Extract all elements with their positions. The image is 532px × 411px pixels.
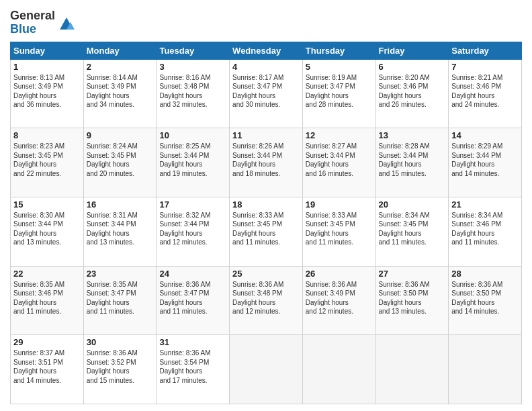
calendar-day: 3Sunrise: 8:16 AMSunset: 3:48 PMDaylight… [157, 59, 230, 128]
day-info: Sunrise: 8:26 AMSunset: 3:44 PMDaylight … [232, 142, 300, 178]
day-number: 19 [306, 199, 373, 210]
day-number: 27 [379, 269, 446, 279]
day-number: 3 [159, 62, 226, 72]
calendar-table: SundayMondayTuesdayWednesdayThursdayFrid… [10, 42, 522, 404]
day-number: 13 [379, 130, 446, 140]
day-info: Sunrise: 8:20 AMSunset: 3:46 PMDaylight … [379, 73, 446, 109]
day-info: Sunrise: 8:36 AMSunset: 3:49 PMDaylight … [306, 280, 373, 316]
day-number: 14 [451, 130, 519, 140]
calendar-day: 6Sunrise: 8:20 AMSunset: 3:46 PMDaylight… [375, 59, 449, 128]
calendar-empty-day [230, 335, 303, 404]
calendar-day: 7Sunrise: 8:21 AMSunset: 3:46 PMDaylight… [449, 59, 522, 128]
day-number: 21 [451, 199, 519, 210]
day-info: Sunrise: 8:33 AMSunset: 3:45 PMDaylight … [232, 211, 300, 247]
day-info: Sunrise: 8:34 AMSunset: 3:45 PMDaylight … [379, 211, 446, 247]
calendar-empty-day [375, 335, 449, 404]
day-info: Sunrise: 8:35 AMSunset: 3:47 PMDaylight … [87, 280, 154, 316]
calendar-day: 24Sunrise: 8:36 AMSunset: 3:47 PMDayligh… [157, 266, 230, 335]
day-number: 9 [87, 130, 154, 140]
day-number: 7 [451, 62, 519, 72]
calendar-body: 1Sunrise: 8:13 AMSunset: 3:49 PMDaylight… [11, 59, 522, 404]
calendar-day: 2Sunrise: 8:14 AMSunset: 3:49 PMDaylight… [83, 59, 157, 128]
calendar-day: 21Sunrise: 8:34 AMSunset: 3:46 PMDayligh… [449, 197, 522, 266]
day-info: Sunrise: 8:37 AMSunset: 3:51 PMDaylight … [13, 349, 81, 385]
logo-general: General [10, 9, 55, 22]
day-info: Sunrise: 8:36 AMSunset: 3:50 PMDaylight … [379, 280, 446, 316]
calendar-day: 12Sunrise: 8:27 AMSunset: 3:44 PMDayligh… [302, 128, 375, 197]
logo: General Blue [10, 9, 76, 36]
day-number: 4 [232, 62, 300, 72]
day-number: 10 [159, 130, 226, 140]
calendar-header-sunday: Sunday [11, 42, 84, 59]
calendar-day: 13Sunrise: 8:28 AMSunset: 3:44 PMDayligh… [375, 128, 449, 197]
day-info: Sunrise: 8:28 AMSunset: 3:44 PMDaylight … [379, 142, 446, 178]
day-info: Sunrise: 8:17 AMSunset: 3:47 PMDaylight … [232, 73, 300, 109]
day-info: Sunrise: 8:23 AMSunset: 3:45 PMDaylight … [13, 142, 81, 178]
calendar-day: 10Sunrise: 8:25 AMSunset: 3:44 PMDayligh… [157, 128, 230, 197]
day-number: 20 [379, 199, 446, 210]
calendar-day: 1Sunrise: 8:13 AMSunset: 3:49 PMDaylight… [11, 59, 84, 128]
calendar-header-friday: Friday [375, 42, 449, 59]
day-number: 2 [87, 62, 154, 72]
day-number: 28 [451, 269, 519, 279]
day-number: 30 [87, 337, 154, 347]
calendar-day: 14Sunrise: 8:29 AMSunset: 3:44 PMDayligh… [449, 128, 522, 197]
day-number: 16 [87, 199, 154, 210]
day-number: 17 [159, 199, 226, 210]
calendar-header-saturday: Saturday [449, 42, 522, 59]
day-info: Sunrise: 8:33 AMSunset: 3:45 PMDaylight … [306, 211, 373, 247]
calendar-header-thursday: Thursday [302, 42, 375, 59]
calendar-day: 23Sunrise: 8:35 AMSunset: 3:47 PMDayligh… [83, 266, 157, 335]
calendar-day: 27Sunrise: 8:36 AMSunset: 3:50 PMDayligh… [375, 266, 449, 335]
day-info: Sunrise: 8:36 AMSunset: 3:50 PMDaylight … [451, 280, 519, 316]
day-info: Sunrise: 8:34 AMSunset: 3:46 PMDaylight … [451, 211, 519, 247]
calendar-week-row: 29Sunrise: 8:37 AMSunset: 3:51 PMDayligh… [11, 335, 522, 404]
calendar-day: 28Sunrise: 8:36 AMSunset: 3:50 PMDayligh… [449, 266, 522, 335]
calendar-header-tuesday: Tuesday [157, 42, 230, 59]
calendar-header-monday: Monday [83, 42, 157, 59]
day-info: Sunrise: 8:31 AMSunset: 3:44 PMDaylight … [87, 211, 154, 247]
calendar-day: 19Sunrise: 8:33 AMSunset: 3:45 PMDayligh… [302, 197, 375, 266]
calendar-page: General Blue SundayMondayTuesdayWednesda… [0, 0, 532, 411]
day-number: 8 [13, 130, 81, 140]
day-info: Sunrise: 8:32 AMSunset: 3:44 PMDaylight … [159, 211, 226, 247]
day-info: Sunrise: 8:35 AMSunset: 3:46 PMDaylight … [13, 280, 81, 316]
day-info: Sunrise: 8:13 AMSunset: 3:49 PMDaylight … [13, 73, 81, 109]
day-number: 23 [87, 269, 154, 279]
day-number: 26 [306, 269, 373, 279]
calendar-header-wednesday: Wednesday [230, 42, 303, 59]
day-info: Sunrise: 8:21 AMSunset: 3:46 PMDaylight … [451, 73, 519, 109]
calendar-day: 5Sunrise: 8:19 AMSunset: 3:47 PMDaylight… [302, 59, 375, 128]
day-info: Sunrise: 8:25 AMSunset: 3:44 PMDaylight … [159, 142, 226, 178]
day-number: 1 [13, 62, 81, 72]
day-number: 12 [306, 130, 373, 140]
day-info: Sunrise: 8:36 AMSunset: 3:47 PMDaylight … [159, 280, 226, 316]
day-info: Sunrise: 8:24 AMSunset: 3:45 PMDaylight … [87, 142, 154, 178]
day-info: Sunrise: 8:27 AMSunset: 3:44 PMDaylight … [306, 142, 373, 178]
calendar-day: 26Sunrise: 8:36 AMSunset: 3:49 PMDayligh… [302, 266, 375, 335]
calendar-day: 20Sunrise: 8:34 AMSunset: 3:45 PMDayligh… [375, 197, 449, 266]
logo-blue: Blue [10, 22, 36, 36]
day-number: 5 [306, 62, 373, 72]
day-number: 24 [159, 269, 226, 279]
day-number: 22 [13, 269, 81, 279]
day-number: 6 [379, 62, 446, 72]
day-number: 11 [232, 130, 300, 140]
calendar-day: 4Sunrise: 8:17 AMSunset: 3:47 PMDaylight… [230, 59, 303, 128]
day-info: Sunrise: 8:30 AMSunset: 3:44 PMDaylight … [13, 211, 81, 247]
calendar-empty-day [449, 335, 522, 404]
header: General Blue [10, 7, 522, 36]
logo-text: General Blue [10, 9, 55, 36]
calendar-week-row: 22Sunrise: 8:35 AMSunset: 3:46 PMDayligh… [11, 266, 522, 335]
logo-icon [57, 13, 76, 32]
day-info: Sunrise: 8:36 AMSunset: 3:54 PMDaylight … [159, 349, 226, 385]
calendar-empty-day [302, 335, 375, 404]
calendar-day: 30Sunrise: 8:36 AMSunset: 3:52 PMDayligh… [83, 335, 157, 404]
day-number: 15 [13, 199, 81, 210]
calendar-week-row: 1Sunrise: 8:13 AMSunset: 3:49 PMDaylight… [11, 59, 522, 128]
calendar-day: 29Sunrise: 8:37 AMSunset: 3:51 PMDayligh… [11, 335, 84, 404]
calendar-day: 18Sunrise: 8:33 AMSunset: 3:45 PMDayligh… [230, 197, 303, 266]
day-number: 25 [232, 269, 300, 279]
calendar-day: 16Sunrise: 8:31 AMSunset: 3:44 PMDayligh… [83, 197, 157, 266]
day-info: Sunrise: 8:36 AMSunset: 3:52 PMDaylight … [87, 349, 154, 385]
